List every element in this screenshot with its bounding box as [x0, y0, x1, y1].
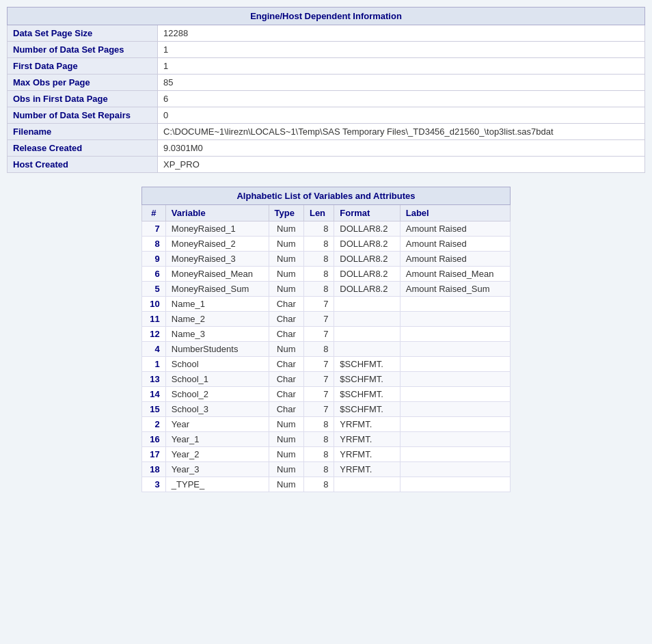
cell-format: $SCHFMT.: [334, 402, 400, 417]
cell-format: YRFMT.: [334, 462, 400, 477]
cell-variable: MoneyRaised_1: [165, 222, 269, 237]
cell-type: Char: [269, 357, 303, 372]
engine-host-table: Engine/Host Dependent Information Data S…: [7, 7, 645, 173]
cell-format: DOLLAR8.2: [334, 267, 400, 282]
cell-num: 16: [142, 432, 166, 447]
row-label: Data Set Page Size: [8, 25, 158, 42]
cell-label: [400, 297, 510, 312]
column-header: Label: [400, 205, 510, 222]
cell-num: 6: [142, 267, 166, 282]
cell-variable: Year: [165, 417, 269, 432]
cell-len: 7: [303, 387, 334, 402]
table-row: 3_TYPE_Num8: [142, 477, 511, 492]
cell-format: [334, 477, 400, 492]
cell-type: Char: [269, 387, 303, 402]
cell-variable: School_2: [165, 387, 269, 402]
engine-host-title: Engine/Host Dependent Information: [8, 8, 645, 25]
cell-format: [334, 342, 400, 357]
cell-type: Num: [269, 237, 303, 252]
cell-type: Num: [269, 222, 303, 237]
cell-label: [400, 462, 510, 477]
table-row: FilenameC:\DOCUME~1\lirezn\LOCALS~1\Temp…: [8, 124, 645, 140]
table-row: 12Name_3Char7: [142, 327, 511, 342]
cell-label: [400, 372, 510, 387]
table-row: 15School_3Char7$SCHFMT.: [142, 402, 511, 417]
cell-variable: Name_3: [165, 327, 269, 342]
cell-label: Amount Raised_Mean: [400, 267, 510, 282]
cell-num: 12: [142, 327, 166, 342]
cell-format: [334, 312, 400, 327]
cell-num: 10: [142, 297, 166, 312]
cell-type: Num: [269, 462, 303, 477]
cell-format: [334, 297, 400, 312]
cell-format: DOLLAR8.2: [334, 282, 400, 297]
cell-len: 8: [303, 282, 334, 297]
row-value: XP_PRO: [158, 157, 645, 173]
cell-len: 7: [303, 312, 334, 327]
cell-variable: Year_3: [165, 462, 269, 477]
cell-variable: MoneyRaised_3: [165, 252, 269, 267]
table-row: Number of Data Set Repairs0: [8, 107, 645, 124]
cell-num: 3: [142, 477, 166, 492]
cell-variable: School_1: [165, 372, 269, 387]
cell-variable: Year_1: [165, 432, 269, 447]
cell-len: 7: [303, 297, 334, 312]
row-value: C:\DOCUME~1\lirezn\LOCALS~1\Temp\SAS Tem…: [158, 124, 645, 140]
cell-num: 14: [142, 387, 166, 402]
cell-len: 7: [303, 402, 334, 417]
table-row: 7MoneyRaised_1Num8DOLLAR8.2Amount Raised: [142, 222, 511, 237]
table-row: 9MoneyRaised_3Num8DOLLAR8.2Amount Raised: [142, 252, 511, 267]
cell-len: 8: [303, 447, 334, 462]
row-label: Filename: [8, 124, 158, 140]
table-row: 11Name_2Char7: [142, 312, 511, 327]
cell-label: [400, 402, 510, 417]
cell-format: YRFMT.: [334, 447, 400, 462]
cell-format: YRFMT.: [334, 432, 400, 447]
cell-type: Num: [269, 432, 303, 447]
cell-num: 5: [142, 282, 166, 297]
row-value: 1: [158, 58, 645, 75]
cell-variable: Year_2: [165, 447, 269, 462]
cell-len: 8: [303, 462, 334, 477]
table-row: First Data Page1: [8, 58, 645, 75]
table-row: Release Created9.0301M0: [8, 140, 645, 157]
row-value: 9.0301M0: [158, 140, 645, 157]
cell-type: Num: [269, 447, 303, 462]
row-label: Release Created: [8, 140, 158, 157]
cell-type: Char: [269, 402, 303, 417]
cell-format: [334, 327, 400, 342]
cell-len: 8: [303, 237, 334, 252]
column-header: Len: [303, 205, 334, 222]
cell-num: 15: [142, 402, 166, 417]
table-row: Max Obs per Page85: [8, 75, 645, 91]
table-row: 16Year_1Num8YRFMT.: [142, 432, 511, 447]
cell-label: [400, 327, 510, 342]
cell-label: [400, 342, 510, 357]
cell-len: 8: [303, 267, 334, 282]
row-label: Host Created: [8, 157, 158, 173]
cell-format: $SCHFMT.: [334, 372, 400, 387]
cell-format: DOLLAR8.2: [334, 222, 400, 237]
cell-variable: MoneyRaised_Mean: [165, 267, 269, 282]
cell-format: DOLLAR8.2: [334, 252, 400, 267]
table-row: 1SchoolChar7$SCHFMT.: [142, 357, 511, 372]
table-row: 8MoneyRaised_2Num8DOLLAR8.2Amount Raised: [142, 237, 511, 252]
cell-type: Num: [269, 267, 303, 282]
cell-variable: _TYPE_: [165, 477, 269, 492]
cell-label: [400, 357, 510, 372]
cell-len: 8: [303, 342, 334, 357]
table-row: 18Year_3Num8YRFMT.: [142, 462, 511, 477]
cell-len: 8: [303, 432, 334, 447]
cell-label: [400, 447, 510, 462]
cell-num: 18: [142, 462, 166, 477]
cell-label: Amount Raised: [400, 237, 510, 252]
cell-format: YRFMT.: [334, 417, 400, 432]
cell-format: DOLLAR8.2: [334, 237, 400, 252]
cell-len: 7: [303, 327, 334, 342]
row-label: Obs in First Data Page: [8, 91, 158, 107]
row-value: 85: [158, 75, 645, 91]
cell-num: 17: [142, 447, 166, 462]
table-row: 2YearNum8YRFMT.: [142, 417, 511, 432]
table-row: Host CreatedXP_PRO: [8, 157, 645, 173]
cell-label: Amount Raised: [400, 252, 510, 267]
